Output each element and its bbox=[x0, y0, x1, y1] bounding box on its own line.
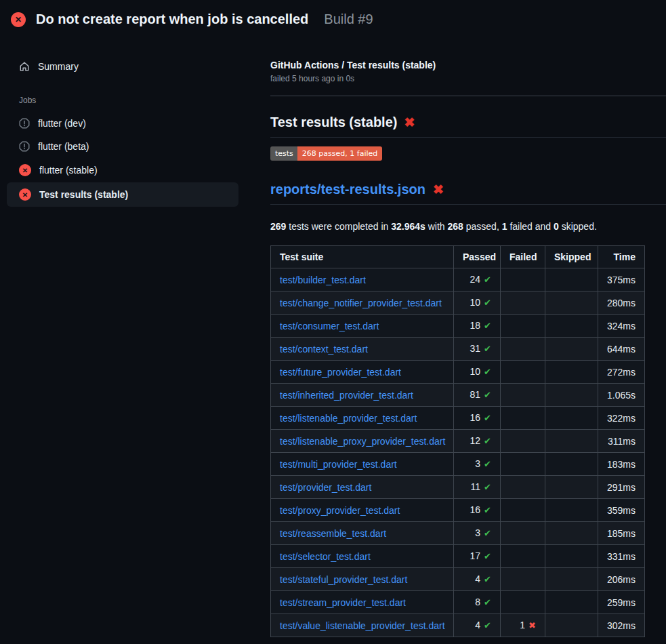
suite-cell: test/proxy_provider_test.dart bbox=[271, 499, 454, 522]
passed-check-icon: ✔ bbox=[484, 505, 491, 515]
column-header-time: Time bbox=[598, 246, 645, 268]
summary-segment: tests were completed in bbox=[286, 221, 391, 232]
time-cell: 359ms bbox=[598, 499, 645, 522]
suite-link[interactable]: test/future_provider_test.dart bbox=[280, 367, 401, 378]
suite-cell: test/listenable_provider_test.dart bbox=[271, 407, 454, 430]
tests-summary-sentence: 269 tests were completed in 32.964s with… bbox=[270, 221, 666, 232]
suite-link[interactable]: test/inherited_provider_test.dart bbox=[280, 390, 413, 401]
failed-cell bbox=[501, 268, 545, 291]
failed-x-icon: ✖ bbox=[404, 116, 415, 129]
passed-cell: 10✔ bbox=[454, 361, 501, 384]
column-header-failed: Failed bbox=[501, 246, 545, 268]
passed-count: 24 bbox=[470, 274, 481, 285]
sidebar-item-test-results-stable[interactable]: ✕Test results (stable) bbox=[7, 182, 238, 207]
suite-link[interactable]: test/reassemble_test.dart bbox=[280, 528, 386, 539]
report-file-heading[interactable]: reports/test-results.json ✖ bbox=[270, 182, 666, 205]
sidebar-item-flutter-beta[interactable]: flutter (beta) bbox=[7, 135, 238, 158]
jobs-section-label: Jobs bbox=[19, 96, 254, 105]
test-results-table: Test suite Passed Failed Skipped Time te… bbox=[270, 245, 645, 637]
passed-count: 12 bbox=[470, 435, 481, 446]
suite-cell: test/context_test.dart bbox=[271, 338, 454, 361]
suite-link[interactable]: test/stateful_provider_test.dart bbox=[280, 574, 407, 585]
suite-cell: test/stream_provider_test.dart bbox=[271, 591, 454, 614]
sidebar-summary-label: Summary bbox=[38, 61, 79, 72]
passed-count: 18 bbox=[470, 320, 481, 331]
suite-link[interactable]: test/provider_test.dart bbox=[280, 482, 371, 493]
check-title-heading: Test results (stable) ✖ bbox=[270, 115, 666, 138]
time-cell: 1.065s bbox=[598, 384, 645, 407]
skipped-cell bbox=[545, 499, 598, 522]
time-cell: 331ms bbox=[598, 545, 645, 568]
time-cell: 259ms bbox=[598, 591, 645, 614]
summary-segment: 0 bbox=[554, 221, 559, 232]
cancelled-octagon-icon bbox=[19, 118, 30, 129]
sidebar-item-summary[interactable]: Summary bbox=[7, 55, 238, 78]
suite-link[interactable]: test/value_listenable_provider_test.dart bbox=[280, 620, 445, 631]
job-failed-icon: ✕ bbox=[19, 188, 31, 201]
suite-link[interactable]: test/builder_test.dart bbox=[280, 275, 366, 285]
time-cell: 291ms bbox=[598, 476, 645, 499]
skipped-cell bbox=[545, 361, 598, 384]
suite-cell: test/selector_test.dart bbox=[271, 545, 454, 568]
skipped-cell bbox=[545, 268, 598, 291]
passed-check-icon: ✔ bbox=[484, 528, 491, 538]
passed-cell: 3✔ bbox=[454, 522, 501, 545]
suite-cell: test/multi_provider_test.dart bbox=[271, 453, 454, 476]
passed-count: 10 bbox=[470, 366, 481, 377]
suite-link[interactable]: test/consumer_test.dart bbox=[280, 321, 379, 331]
home-icon bbox=[19, 61, 30, 72]
passed-check-icon: ✔ bbox=[484, 597, 491, 607]
suite-link[interactable]: test/multi_provider_test.dart bbox=[280, 459, 397, 470]
suite-link[interactable]: test/stream_provider_test.dart bbox=[280, 597, 406, 608]
suite-link[interactable]: test/change_notifier_provider_test.dart bbox=[280, 298, 442, 308]
failed-cell bbox=[501, 315, 545, 338]
table-row: test/builder_test.dart24✔375ms bbox=[271, 268, 645, 291]
passed-check-icon: ✔ bbox=[484, 367, 491, 377]
passed-cell: 31✔ bbox=[454, 338, 501, 361]
column-header-passed: Passed bbox=[454, 246, 501, 268]
failed-x-icon: ✖ bbox=[433, 183, 444, 196]
skipped-cell bbox=[545, 476, 598, 499]
suite-link[interactable]: test/listenable_provider_test.dart bbox=[280, 413, 417, 424]
check-title-text: Test results (stable) bbox=[270, 115, 397, 130]
passed-cell: 8✔ bbox=[454, 591, 501, 614]
suite-link[interactable]: test/context_test.dart bbox=[280, 344, 368, 355]
table-row: test/stateful_provider_test.dart4✔206ms bbox=[271, 568, 645, 591]
passed-count: 3 bbox=[475, 458, 480, 469]
failed-cell bbox=[501, 453, 545, 476]
failed-cell bbox=[501, 291, 545, 315]
failed-count: 1 bbox=[520, 620, 525, 630]
passed-cell: 11✔ bbox=[454, 476, 501, 499]
skipped-cell bbox=[545, 591, 598, 614]
failed-cell bbox=[501, 499, 545, 522]
failed-cell bbox=[501, 338, 545, 361]
time-cell: 185ms bbox=[598, 522, 645, 545]
suite-link[interactable]: test/listenable_proxy_provider_test.dart bbox=[280, 436, 445, 447]
table-row: test/change_notifier_provider_test.dart1… bbox=[271, 291, 645, 315]
passed-count: 17 bbox=[470, 550, 481, 561]
passed-check-icon: ✔ bbox=[484, 275, 491, 285]
time-cell: 375ms bbox=[598, 268, 645, 291]
badge-message: 268 passed, 1 failed bbox=[297, 146, 382, 161]
summary-segment: passed, bbox=[463, 221, 502, 232]
sidebar-item-flutter-stable[interactable]: ✕flutter (stable) bbox=[7, 158, 238, 182]
passed-count: 4 bbox=[475, 573, 480, 584]
header-divider bbox=[270, 96, 666, 96]
passed-check-icon: ✔ bbox=[484, 551, 491, 561]
failed-cell bbox=[501, 407, 545, 430]
report-file-link[interactable]: reports/test-results.json bbox=[270, 182, 425, 197]
job-list: flutter (dev) flutter (beta)✕flutter (st… bbox=[0, 112, 254, 207]
suite-cell: test/inherited_provider_test.dart bbox=[271, 384, 454, 407]
passed-count: 16 bbox=[470, 412, 481, 423]
suite-link[interactable]: test/selector_test.dart bbox=[280, 551, 371, 562]
cancelled-octagon-icon bbox=[19, 141, 30, 152]
passed-cell: 4✔ bbox=[454, 614, 501, 637]
failed-x-icon: ✖ bbox=[528, 620, 536, 630]
skipped-cell bbox=[545, 453, 598, 476]
passed-check-icon: ✔ bbox=[484, 574, 491, 584]
suite-link[interactable]: test/proxy_provider_test.dart bbox=[280, 505, 400, 516]
failed-cell bbox=[501, 591, 545, 614]
sidebar-item-flutter-dev[interactable]: flutter (dev) bbox=[7, 112, 238, 135]
passed-cell: 16✔ bbox=[454, 407, 501, 430]
failed-cell bbox=[501, 568, 545, 591]
